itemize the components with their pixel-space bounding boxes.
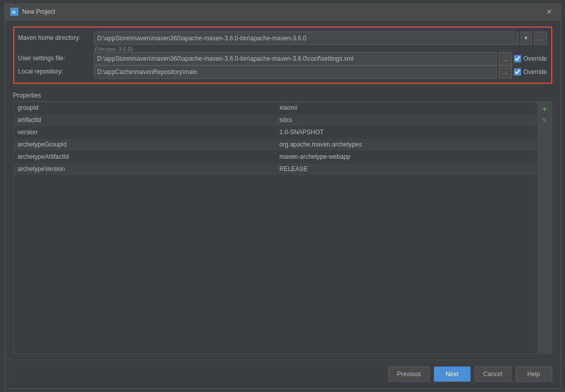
maven-home-browse-btn[interactable]: ... [534,32,547,45]
maven-home-row: Maven home directory: ▼ ... (Version: 3.… [18,32,547,52]
prop-value: maven-archetype-webapp [276,153,537,160]
local-repo-input-row: ... Override [94,65,547,79]
maven-config-section: Maven home directory: ▼ ... (Version: 3.… [13,27,552,84]
user-settings-override-label: Override [523,55,547,62]
prop-value: sdxs [276,116,537,124]
properties-section: Properties groupId xiaomi artifactId sdx… [13,90,552,354]
prop-key: archetypeVersion [14,165,276,173]
maven-home-input-row: ▼ ... [94,32,547,45]
user-settings-browse-btn[interactable]: ... [499,52,512,65]
table-row: archetypeVersion RELEASE [14,163,537,176]
app-icon: N [10,8,18,16]
user-settings-input[interactable] [94,52,497,65]
table-row: artifactId sdxs [14,114,537,127]
add-property-btn[interactable]: + [539,104,550,114]
prop-key: artifactId [14,116,276,124]
maven-home-input-group: ▼ ... (Version: 3.6.0) [94,32,547,52]
next-button[interactable]: Next [434,366,471,382]
prop-key: version [14,129,276,136]
local-repo-browse-btn[interactable]: ... [499,65,512,79]
local-repo-override-group: Override [514,68,547,76]
maven-home-dropdown-btn[interactable]: ▼ [521,32,532,45]
table-row: archetypeArtifactId maven-archetype-weba… [14,151,537,163]
help-button[interactable]: Help [515,366,552,382]
maven-home-input[interactable] [94,32,519,45]
prop-value: xiaomi [276,104,537,111]
local-repo-row: Local repository: ... Override [18,65,547,79]
dialog-title: New Project [22,8,543,15]
cancel-button[interactable]: Cancel [475,366,511,382]
prop-value: 1.0-SNAPSHOT [276,129,537,136]
user-settings-label: User settings file: [18,52,90,62]
table-row: version 1.0-SNAPSHOT [14,127,537,139]
local-repo-input[interactable] [94,65,497,79]
properties-container: groupId xiaomi artifactId sdxs version 1… [13,102,552,354]
prop-value: org.apache.maven.archetypes [276,141,537,148]
maven-version-text: (Version: 3.6.0) [94,46,547,52]
table-row: archetypeGroupId org.apache.maven.archet… [14,139,537,151]
prop-key: archetypeArtifactId [14,153,276,160]
dialog-footer: Previous Next Cancel Help [5,360,560,388]
properties-list: groupId xiaomi artifactId sdxs version 1… [14,102,537,353]
edit-property-btn[interactable]: ✎ [539,115,550,126]
previous-button[interactable]: Previous [388,366,430,382]
local-repo-label: Local repository: [18,65,90,75]
properties-sidebar: + ✎ [537,102,552,353]
local-repo-override-label: Override [523,68,547,76]
user-settings-override-checkbox[interactable] [514,55,521,62]
title-bar: N New Project ✕ [5,4,560,20]
close-button[interactable]: ✕ [543,6,555,18]
properties-heading: Properties [13,90,552,102]
user-settings-row: User settings file: ... Override [18,52,547,65]
dialog-content: Maven home directory: ▼ ... (Version: 3.… [5,20,560,360]
maven-home-label: Maven home directory: [18,32,90,41]
prop-key: groupId [14,104,276,111]
table-row: groupId xiaomi [14,102,537,114]
prop-value: RELEASE [276,165,537,173]
local-repo-override-checkbox[interactable] [514,68,521,76]
svg-text:N: N [12,10,16,15]
new-project-dialog: N New Project ✕ Maven home directory: ▼ … [5,4,561,389]
prop-key: archetypeGroupId [14,141,276,148]
user-settings-input-row: ... Override [94,52,547,65]
user-settings-override-group: Override [514,55,547,62]
